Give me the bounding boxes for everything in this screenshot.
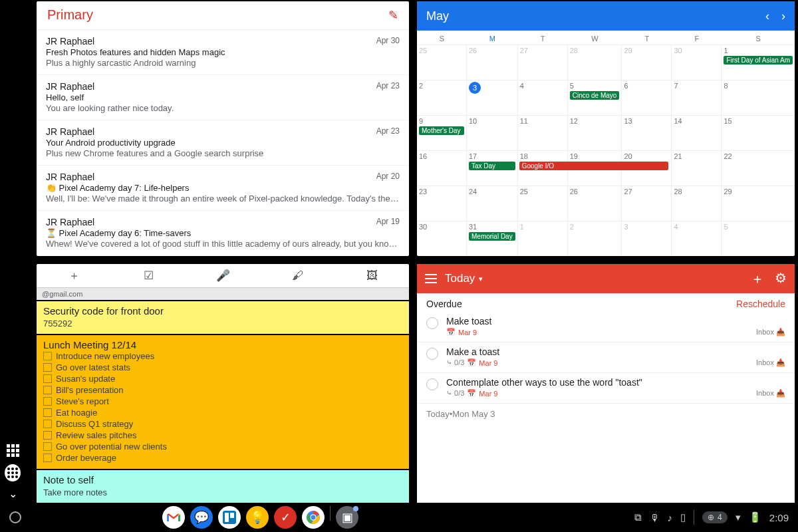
- draw-note-icon[interactable]: 🖌: [260, 264, 334, 287]
- prev-month-icon[interactable]: ‹: [765, 9, 769, 23]
- calendar-cell[interactable]: 5: [722, 221, 795, 256]
- note-checklist-item[interactable]: Go over potential new clients: [43, 441, 402, 452]
- calendar-cell[interactable]: 10: [467, 115, 518, 150]
- note-checklist-item[interactable]: Discuss Q1 strategy: [43, 418, 402, 430]
- new-list-icon[interactable]: ☑: [111, 264, 186, 287]
- calendar-cell[interactable]: 29: [622, 45, 672, 80]
- calendar-cell[interactable]: 7: [672, 80, 722, 115]
- next-month-icon[interactable]: ›: [781, 9, 785, 23]
- todoist-task-list[interactable]: Make toast📅 Mar 9Inbox 📥Make a toast⤷ 0/…: [417, 312, 795, 404]
- calendar-cell[interactable]: 17Tax Day: [467, 150, 518, 186]
- calendar-cell[interactable]: 1: [518, 221, 568, 256]
- app-drawer-icon[interactable]: [5, 465, 21, 481]
- calendar-month[interactable]: May: [426, 9, 449, 23]
- email-row[interactable]: JR RaphaelApr 23Hello, selfYou are looki…: [37, 75, 409, 120]
- voice-note-icon[interactable]: 🎤: [186, 264, 260, 287]
- calendar-event[interactable]: First Day of Asian Am: [724, 56, 793, 65]
- chevron-down-icon[interactable]: ▾: [479, 275, 483, 283]
- battery-icon[interactable]: 🔋: [749, 511, 761, 523]
- calendar-cell[interactable]: 5Cinco de Mayo: [568, 80, 622, 115]
- phone-icon[interactable]: ▯: [680, 511, 686, 523]
- task-row[interactable]: Contemplate other ways to use the word "…: [417, 373, 795, 404]
- calendar-cell[interactable]: 9Mother's Day: [417, 115, 467, 150]
- messages-app-icon[interactable]: 💬: [190, 506, 213, 529]
- email-row[interactable]: JR RaphaelApr 20👏 Pixel Academy day 7: L…: [37, 166, 409, 211]
- calendar-cell[interactable]: 25: [417, 45, 467, 80]
- calendar-cell[interactable]: 26: [467, 45, 518, 80]
- note-checklist-item[interactable]: Introduce new employees: [43, 350, 402, 362]
- calendar-cell[interactable]: 27: [518, 45, 568, 80]
- gmail-message-list[interactable]: JR RaphaelApr 30Fresh Photos features an…: [37, 30, 409, 255]
- complete-checkbox[interactable]: [426, 317, 438, 329]
- task-project[interactable]: Inbox 📥: [756, 358, 785, 367]
- calendar-cell[interactable]: 4: [672, 221, 722, 256]
- notification-pill[interactable]: ⊕4: [702, 511, 728, 523]
- note-checklist-item[interactable]: Order beverage: [43, 452, 402, 464]
- apps-grid-icon[interactable]: [5, 442, 21, 458]
- compose-icon[interactable]: ✎: [388, 8, 398, 23]
- calendar-event[interactable]: Memorial Day: [469, 232, 515, 241]
- now-playing-icon[interactable]: ♪: [668, 512, 673, 523]
- calendar-cell[interactable]: 3: [467, 80, 518, 115]
- image-note-icon[interactable]: 🖼: [334, 264, 409, 287]
- task-project[interactable]: Inbox 📥: [756, 389, 785, 398]
- note-checklist-item[interactable]: Steve's report: [43, 396, 402, 407]
- calendar-cell[interactable]: 23: [417, 186, 467, 221]
- calendar-cell[interactable]: 4: [518, 80, 568, 115]
- calendar-cell[interactable]: 21: [672, 150, 722, 186]
- new-note-icon[interactable]: ＋: [37, 264, 111, 287]
- task-row[interactable]: Make a toast⤷ 0/3 📅 Mar 9Inbox 📥: [417, 342, 795, 373]
- calendar-cell[interactable]: 8: [722, 80, 795, 115]
- calendar-event[interactable]: Mother's Day: [419, 126, 464, 135]
- email-row[interactable]: JR RaphaelApr 19⏳ Pixel Academy day 6: T…: [37, 211, 409, 255]
- keep-notes-list[interactable]: Security code for front door755292Lunch …: [37, 300, 409, 513]
- calendar-cell[interactable]: 29: [722, 186, 795, 221]
- calendar-cell[interactable]: 31Memorial Day: [467, 221, 518, 256]
- calendar-event[interactable]: Tax Day: [469, 162, 515, 170]
- calendar-cell[interactable]: 11: [518, 115, 568, 150]
- note-checklist-item[interactable]: Susan's update: [43, 373, 402, 384]
- gmail-folder[interactable]: Primary: [47, 7, 93, 23]
- screenshot-icon[interactable]: ⧉: [634, 511, 642, 523]
- calendar-event[interactable]: Google I/O: [519, 162, 668, 170]
- expand-chevron-icon[interactable]: ⌄: [9, 487, 17, 500]
- calendar-event[interactable]: Cinco de Mayo: [570, 91, 620, 100]
- add-task-icon[interactable]: ＋: [751, 270, 764, 288]
- chrome-app-icon[interactable]: [302, 506, 325, 529]
- home-button[interactable]: [9, 511, 21, 523]
- calendar-cell[interactable]: 28: [568, 45, 622, 80]
- calendar-cell[interactable]: 30: [417, 221, 467, 256]
- calendar-cell[interactable]: 6: [622, 80, 672, 115]
- calendar-cell[interactable]: 12: [568, 115, 622, 150]
- email-row[interactable]: JR RaphaelApr 23Your Android productivit…: [37, 120, 409, 166]
- settings-icon[interactable]: ⚙: [775, 270, 787, 288]
- complete-checkbox[interactable]: [426, 378, 438, 390]
- task-project[interactable]: Inbox 📥: [756, 328, 785, 336]
- calendar-cell[interactable]: 18Google I/O: [518, 150, 568, 186]
- note-checklist-item[interactable]: Eat hoagie: [43, 407, 402, 418]
- keep-note[interactable]: Security code for front door755292: [37, 300, 409, 334]
- todoist-app-icon[interactable]: ✓: [274, 506, 297, 529]
- email-row[interactable]: JR RaphaelApr 30Fresh Photos features an…: [37, 30, 409, 75]
- calendar-cell[interactable]: 2: [568, 221, 622, 256]
- calendar-cell[interactable]: 16: [417, 150, 467, 186]
- calendar-cell[interactable]: 25: [518, 186, 568, 221]
- note-checklist-item[interactable]: Review sales pitches: [43, 430, 402, 441]
- calendar-cell[interactable]: 14: [672, 115, 722, 150]
- calendar-cell[interactable]: 24: [467, 186, 518, 221]
- menu-icon[interactable]: [425, 274, 437, 283]
- calendar-cell[interactable]: 2: [417, 80, 467, 115]
- keep-note[interactable]: Lunch Meeting 12/14Introduce new employe…: [37, 334, 409, 469]
- calendar-cell[interactable]: 13: [622, 115, 672, 150]
- calendar-cell[interactable]: 3: [622, 221, 672, 256]
- complete-checkbox[interactable]: [426, 348, 438, 360]
- calendar-cell[interactable]: 30: [672, 45, 722, 80]
- overview-app-icon[interactable]: ▣: [336, 506, 358, 529]
- note-checklist-item[interactable]: Go over latest stats: [43, 362, 402, 373]
- mic-icon[interactable]: 🎙: [650, 512, 660, 523]
- trello-app-icon[interactable]: [218, 506, 241, 529]
- calendar-cell[interactable]: 22: [722, 150, 795, 186]
- keep-app-icon[interactable]: 💡: [246, 506, 269, 529]
- task-row[interactable]: Make toast📅 Mar 9Inbox 📥: [417, 312, 795, 342]
- clock[interactable]: 2:09: [769, 512, 789, 523]
